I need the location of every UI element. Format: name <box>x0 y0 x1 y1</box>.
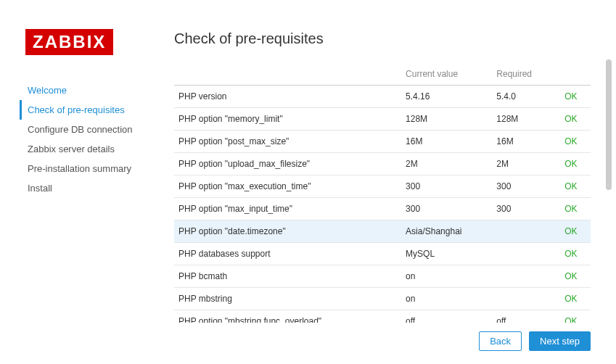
col-current: Current value <box>401 63 492 86</box>
nav-step-5[interactable]: Install <box>20 178 174 198</box>
cell-current: 5.4.16 <box>401 86 492 108</box>
col-required: Required <box>492 63 560 86</box>
cell-status: OK <box>560 288 591 310</box>
cell-current: 16M <box>401 131 492 153</box>
nav-step-4[interactable]: Pre-installation summary <box>20 159 174 178</box>
table-row: PHP option "max_execution_time"300300OK <box>174 175 591 198</box>
table-row: PHP version5.4.165.4.0OK <box>174 86 591 108</box>
cell-name: PHP option "max_execution_time" <box>174 175 401 198</box>
cell-current: 300 <box>401 198 492 220</box>
wizard-footer: Back Next step <box>174 323 591 357</box>
logo: ZABBIX <box>25 29 113 55</box>
cell-status: OK <box>560 265 591 288</box>
table-row: PHP option "upload_max_filesize"2M2MOK <box>174 153 591 175</box>
cell-status: OK <box>560 153 591 175</box>
cell-name: PHP option "memory_limit" <box>174 108 401 131</box>
table-row: PHP option "date.timezone"Asia/ShanghaiO… <box>174 220 591 243</box>
table-row: PHP option "memory_limit"128M128MOK <box>174 108 591 131</box>
cell-name: PHP option "date.timezone" <box>174 220 401 243</box>
scrollbar[interactable] <box>606 59 612 190</box>
cell-name: PHP option "mbstring.func_overload" <box>174 310 401 323</box>
table-row: PHP option "mbstring.func_overload"offof… <box>174 310 591 323</box>
cell-status: OK <box>560 220 591 243</box>
cell-current: 128M <box>401 108 492 131</box>
table-row: PHP databases supportMySQLOK <box>174 243 591 265</box>
nav-step-3[interactable]: Zabbix server details <box>20 139 174 159</box>
cell-required <box>492 220 560 243</box>
cell-required: 128M <box>492 108 560 131</box>
cell-current: MySQL <box>401 243 492 265</box>
setup-steps-nav: WelcomeCheck of pre-requisitesConfigure … <box>25 80 174 198</box>
cell-name: PHP option "max_input_time" <box>174 198 401 220</box>
cell-status: OK <box>560 310 591 323</box>
col-name <box>174 63 401 86</box>
cell-required: 2M <box>492 153 560 175</box>
cell-status: OK <box>560 108 591 131</box>
cell-current: 300 <box>401 175 492 198</box>
cell-required: 16M <box>492 131 560 153</box>
cell-required: 300 <box>492 198 560 220</box>
cell-name: PHP bcmath <box>174 265 401 288</box>
nav-step-0[interactable]: Welcome <box>20 80 174 100</box>
prerequisites-table-wrap: Current value Required PHP version5.4.16… <box>174 63 591 323</box>
cell-required: 5.4.0 <box>492 86 560 108</box>
table-row: PHP mbstringonOK <box>174 288 591 310</box>
cell-current: off <box>401 310 492 323</box>
cell-status: OK <box>560 86 591 108</box>
cell-status: OK <box>560 198 591 220</box>
nav-step-2[interactable]: Configure DB connection <box>20 120 174 139</box>
cell-current: Asia/Shanghai <box>401 220 492 243</box>
cell-name: PHP option "upload_max_filesize" <box>174 153 401 175</box>
cell-status: OK <box>560 131 591 153</box>
cell-required: 300 <box>492 175 560 198</box>
table-row: PHP option "max_input_time"300300OK <box>174 198 591 220</box>
cell-name: PHP option "post_max_size" <box>174 131 401 153</box>
prerequisites-table: Current value Required PHP version5.4.16… <box>174 63 591 323</box>
cell-name: PHP version <box>174 86 401 108</box>
nav-step-1[interactable]: Check of pre-requisites <box>20 100 174 120</box>
cell-required: off <box>492 310 560 323</box>
cell-current: on <box>401 288 492 310</box>
back-button[interactable]: Back <box>479 331 522 351</box>
page-title: Check of pre-requisites <box>174 30 591 47</box>
cell-current: 2M <box>401 153 492 175</box>
table-row: PHP bcmathonOK <box>174 265 591 288</box>
next-step-button[interactable]: Next step <box>529 331 591 351</box>
cell-required <box>492 288 560 310</box>
cell-status: OK <box>560 175 591 198</box>
cell-name: PHP mbstring <box>174 288 401 310</box>
cell-name: PHP databases support <box>174 243 401 265</box>
cell-current: on <box>401 265 492 288</box>
cell-status: OK <box>560 243 591 265</box>
cell-required <box>492 243 560 265</box>
col-status <box>560 63 591 86</box>
cell-required <box>492 265 560 288</box>
table-row: PHP option "post_max_size"16M16MOK <box>174 131 591 153</box>
